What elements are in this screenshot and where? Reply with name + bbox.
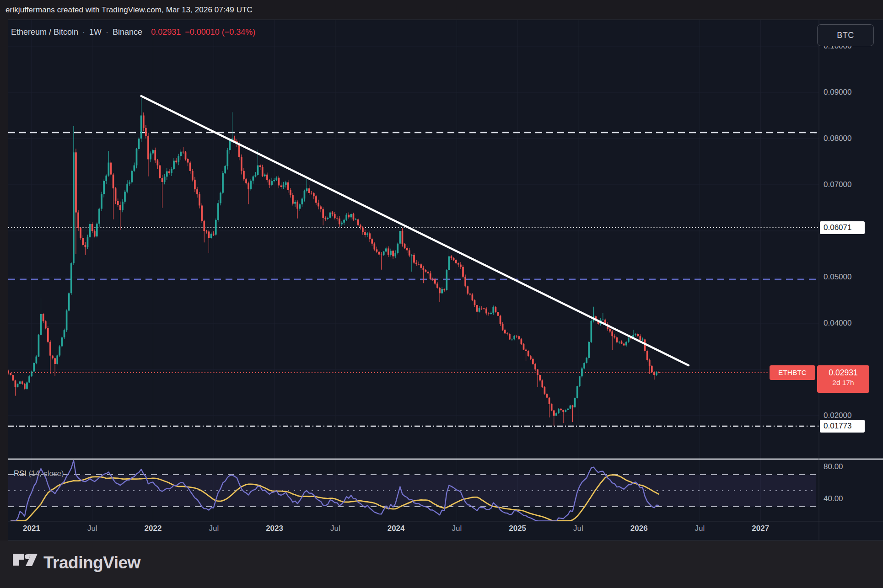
time-axis-label: 2024	[376, 524, 417, 533]
price-axis-label: 0.04000	[824, 318, 851, 328]
symbol-title[interactable]: Ethereum / Bitcoin	[11, 27, 78, 37]
price-axis-label: 0.09000	[824, 87, 851, 97]
tradingview-logo-icon	[13, 553, 38, 572]
header-last-price: 0.02931	[151, 27, 181, 37]
rsi-axis-label: 80.00	[824, 462, 843, 472]
header-separator: ·	[82, 27, 85, 37]
time-axis-label: Jul	[315, 524, 356, 533]
time-axis-label: 2022	[133, 524, 174, 533]
interval-label[interactable]: 1W	[89, 27, 102, 37]
price-axis-label: 0.02000	[824, 411, 851, 421]
time-axis-label: Jul	[679, 524, 720, 533]
header-separator: ·	[106, 27, 108, 37]
price-axis-label: 0.07000	[824, 180, 851, 190]
price-level-label: 0.01773	[820, 420, 865, 433]
price-level-label: 0.06071	[820, 221, 865, 234]
time-axis-label: 2021	[11, 524, 52, 533]
price-chart-canvas[interactable]	[0, 0, 883, 588]
rsi-params: (14, close)	[29, 469, 64, 478]
time-axis-label: Jul	[436, 524, 477, 533]
bar-countdown: 2d 17h	[817, 379, 869, 387]
time-axis-label: Jul	[72, 524, 113, 533]
time-axis-label: 2027	[740, 524, 781, 533]
time-axis-label: Jul	[193, 524, 234, 533]
time-axis-label: 2023	[254, 524, 295, 533]
last-price-symbol-tag: ETHBTC	[770, 365, 815, 380]
last-price-tag: 0.02931 2d 17h	[817, 365, 869, 393]
rsi-axis-label: 40.00	[824, 494, 843, 504]
quote-currency-button[interactable]: BTC	[817, 24, 874, 46]
rsi-indicator-title[interactable]: RSI (14, close)	[14, 469, 64, 478]
price-axis-label: 0.05000	[824, 272, 851, 282]
symbol-header: Ethereum / Bitcoin · 1W · Binance 0.0293…	[11, 27, 255, 37]
header-change: −0.00010 (−0.34%)	[185, 27, 255, 37]
time-axis-label: 2026	[619, 524, 660, 533]
tradingview-logo[interactable]: TradingView	[13, 553, 140, 572]
price-axis-label: 0.08000	[824, 134, 851, 144]
time-axis-label: Jul	[558, 524, 599, 533]
rsi-name: RSI	[14, 469, 27, 478]
exchange-label[interactable]: Binance	[113, 27, 142, 37]
last-price-value: 0.02931	[817, 368, 869, 378]
time-axis-label: 2025	[497, 524, 538, 533]
tradingview-wordmark: TradingView	[43, 553, 140, 572]
